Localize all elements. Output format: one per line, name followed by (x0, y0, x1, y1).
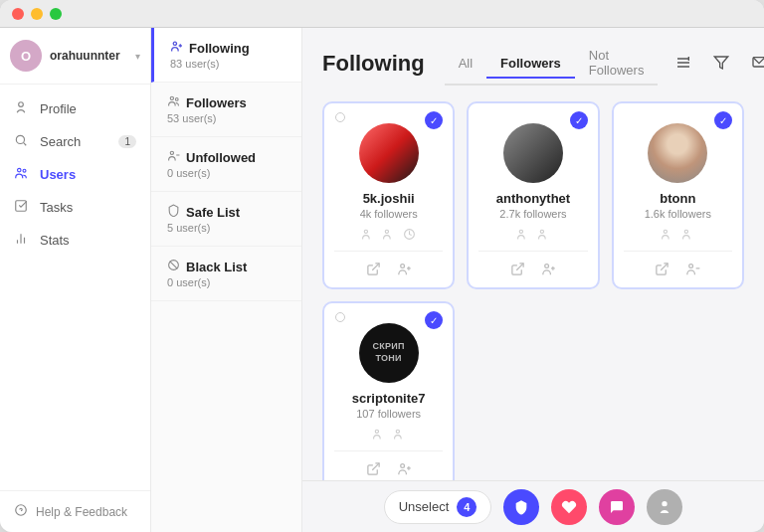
chat-action-button[interactable] (599, 489, 635, 525)
card-divider-scriptonite7 (334, 450, 443, 451)
tasks-icon (14, 199, 30, 216)
card-name-joshii: 5k.joshii (363, 191, 415, 206)
card-check-scriptonite7[interactable]: ✓ (425, 311, 443, 329)
svg-point-33 (519, 230, 522, 233)
submenu-item-safelist[interactable]: Safe List 5 user(s) (151, 192, 301, 247)
card-check-anthonythet[interactable]: ✓ (570, 111, 588, 129)
card-followers-scriptonite7: 107 followers (356, 408, 421, 420)
safelist-icon (167, 204, 180, 220)
heart-action-button[interactable] (551, 489, 587, 525)
empty-cell-2 (467, 301, 599, 480)
content-header: Following All Followers Not Followers (302, 28, 764, 86)
minimize-dot[interactable] (31, 8, 43, 20)
card-icons-btonn (661, 228, 694, 241)
unfollowed-icon (167, 149, 180, 165)
card-followers-btonn: 1.6k followers (645, 208, 711, 220)
add-user-icon-scriptonite7[interactable] (397, 461, 412, 479)
close-dot[interactable] (12, 8, 24, 20)
list-icon[interactable] (669, 49, 697, 77)
shield-action-button[interactable] (503, 489, 539, 525)
page-title: Following (322, 51, 425, 77)
submenu-item-unfollowed[interactable]: Unfollowed 0 user(s) (151, 137, 301, 192)
card-followers-anthonythet: 2.7k followers (499, 208, 566, 220)
card-avatar-scriptonite7: СКРИПТОНИ (359, 323, 419, 383)
card-divider-joshii (334, 251, 443, 252)
help-feedback[interactable]: Help & Feedback (0, 490, 150, 532)
add-user-icon-joshii[interactable] (397, 262, 412, 279)
external-link-icon-anthonythet[interactable] (510, 262, 525, 279)
submenu-item-blacklist[interactable]: Black List 0 user(s) (151, 247, 301, 301)
filter-icon[interactable] (707, 49, 735, 77)
title-bar (0, 0, 764, 28)
following-submenu: Following 83 user(s) Followers 53 user(s… (151, 28, 302, 532)
external-link-icon-btonn[interactable] (655, 262, 669, 279)
card-actions-scriptonite7 (366, 457, 412, 479)
svg-point-27 (385, 230, 388, 233)
svg-rect-5 (16, 201, 27, 212)
card-top-indicator-script (334, 311, 346, 325)
card-name-btonn: btonn (660, 191, 695, 206)
svg-point-42 (689, 265, 693, 268)
svg-line-18 (170, 262, 178, 269)
submenu-item-followers[interactable]: Followers 53 user(s) (151, 83, 301, 137)
tab-notfollowers[interactable]: Not Followers (575, 42, 659, 86)
add-user-icon-btonn[interactable] (685, 262, 700, 279)
card-top-indicator-joshii (334, 111, 346, 125)
card-name-scriptonite7: scriptonite7 (352, 391, 426, 406)
submenu-item-following[interactable]: Following 83 user(s) (151, 28, 301, 83)
search-badge: 1 (118, 135, 136, 148)
sidebar-label-profile: Profile (40, 101, 77, 116)
card-icons-anthonythet (516, 228, 550, 241)
main-content: Following All Followers Not Followers (302, 28, 764, 532)
card-icons-scriptonite7 (372, 428, 406, 441)
svg-point-48 (400, 464, 404, 468)
svg-point-39 (665, 230, 668, 233)
unselect-button[interactable]: Unselect 4 (384, 490, 492, 524)
message-icon[interactable] (745, 49, 764, 77)
maximize-dot[interactable] (50, 8, 62, 20)
svg-line-35 (516, 264, 523, 270)
card-check-joshii[interactable]: ✓ (425, 111, 443, 129)
card-followers-joshii: 4k followers (360, 208, 418, 220)
sidebar-item-users[interactable]: Users (0, 158, 150, 191)
svg-point-34 (540, 230, 543, 233)
empty-cell-3 (612, 301, 744, 480)
sidebar-item-stats[interactable]: Stats (0, 224, 150, 257)
user-card-scriptonite7: ✓ СКРИПТОНИ scriptonite7 107 followers (322, 301, 455, 480)
unselect-label: Unselect (399, 499, 450, 514)
user-profile-area[interactable]: O orahuunnter ▾ (0, 28, 150, 85)
card-actions-btonn (655, 258, 700, 279)
card-actions-anthonythet (510, 258, 556, 279)
card-divider-btonn (624, 251, 732, 252)
card-divider-anthonythet (478, 251, 587, 252)
tab-all[interactable]: All (445, 50, 486, 79)
user-card-anthonythet: ✓ anthonythet 2.7k followers (467, 101, 599, 289)
sidebar-item-search[interactable]: Search 1 (0, 125, 150, 158)
user-card-joshii: ✓ 5k.joshii 4k followers (322, 101, 455, 289)
svg-point-46 (396, 430, 399, 433)
person-action-button[interactable] (647, 489, 682, 525)
external-link-icon-scriptonite7[interactable] (366, 461, 381, 479)
sidebar-item-profile[interactable]: Profile (0, 92, 150, 125)
submenu-title-followers: Followers (167, 94, 286, 110)
svg-line-2 (24, 143, 27, 146)
header-actions (669, 49, 764, 79)
card-check-btonn[interactable]: ✓ (714, 111, 732, 129)
svg-point-25 (336, 113, 345, 122)
sidebar: O orahuunnter ▾ Profile Search (0, 28, 151, 532)
sidebar-label-users: Users (40, 167, 76, 182)
add-user-icon-anthonythet[interactable] (541, 262, 556, 279)
external-link-icon-joshii[interactable] (366, 262, 381, 279)
following-icon (170, 40, 183, 56)
svg-point-3 (18, 168, 22, 172)
sidebar-item-tasks[interactable]: Tasks (0, 191, 150, 224)
card-avatar-joshii (359, 123, 419, 183)
stats-icon (14, 232, 30, 249)
sidebar-label-search: Search (40, 134, 81, 149)
svg-point-30 (400, 265, 404, 268)
cards-grid-bottom: ✓ СКРИПТОНИ scriptonite7 107 followers (322, 301, 744, 480)
tab-followers[interactable]: Followers (486, 50, 575, 79)
card-icons-joshii (361, 228, 416, 241)
card-name-anthonythet: anthonythet (496, 191, 570, 206)
user-card-btonn: ✓ btonn 1.6k followers (612, 101, 744, 289)
